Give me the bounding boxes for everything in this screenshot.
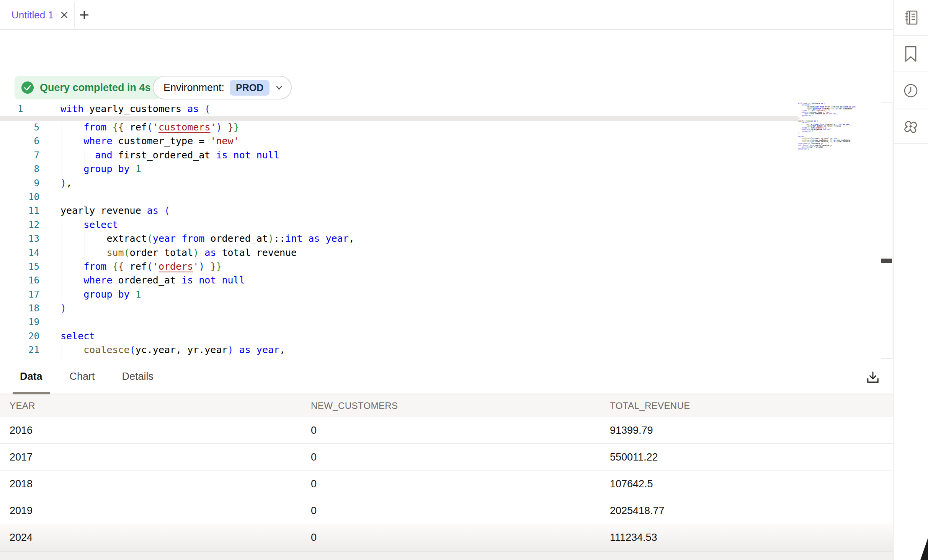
indent-guide — [62, 218, 62, 301]
code-line[interactable]: 12 select — [0, 218, 893, 232]
table-cell: 2019 — [10, 497, 33, 524]
toolbar: Develop Run — [0, 30, 893, 67]
horizontal-scrollbar[interactable] — [0, 551, 893, 560]
table-cell: 2017 — [10, 444, 33, 470]
indent-guide — [85, 232, 85, 260]
code-line[interactable]: 1with yearly_customers as ( — [0, 102, 800, 116]
tab-untitled-1[interactable]: Untitled 1 — [0, 0, 79, 30]
line-number: 15 — [0, 260, 39, 273]
code-line[interactable]: 20select — [0, 329, 893, 343]
clock-icon — [902, 82, 919, 99]
line-number: 9 — [0, 176, 39, 190]
table-row: 20240111234.53 — [0, 524, 893, 551]
environment-label: Environment: — [163, 82, 224, 94]
table-cell: 107642.5 — [610, 470, 653, 497]
code-line[interactable]: 18) — [0, 301, 893, 315]
environment-value-badge: PROD — [230, 80, 270, 96]
line-number: 13 — [0, 232, 39, 246]
code-line[interactable]: 16 where ordered_at is not null — [0, 273, 893, 287]
indent-guide — [62, 121, 62, 176]
tab-title: Untitled 1 — [11, 9, 54, 21]
status-bar: Query completed in 4s Environment: PROD — [0, 67, 893, 101]
table-cell: 2018 — [10, 470, 33, 497]
chevron-down-icon — [275, 83, 283, 92]
code-line[interactable]: 5 from {{ ref('customers') }} — [0, 120, 893, 134]
sidebar-item-notebook[interactable] — [894, 0, 928, 36]
table-cell: 2024 — [10, 524, 33, 551]
line-number: 12 — [0, 218, 39, 232]
table-cell: 2025418.77 — [610, 497, 665, 524]
table-cell: 91399.79 — [610, 417, 653, 444]
download-icon[interactable] — [864, 369, 881, 386]
right-sidebar — [893, 0, 928, 560]
column-header: NEW_CUSTOMERS — [311, 394, 398, 417]
table-cell: 0 — [311, 497, 317, 524]
query-status-text: Query completed in 4s — [40, 82, 151, 94]
line-number: 1 — [18, 102, 41, 116]
bookmark-icon — [903, 45, 918, 63]
sidebar-item-bookmarks[interactable] — [894, 36, 928, 72]
code-line[interactable]: 7 and first_ordered_at is not null — [0, 148, 893, 162]
table-row: 2016091399.79 — [0, 417, 893, 444]
line-number: 11 — [0, 204, 39, 218]
sql-editor[interactable]: 5 from {{ ref('customers') }}6 where cus… — [0, 101, 893, 359]
line-number: 10 — [0, 190, 39, 204]
resize-grip[interactable] — [920, 538, 928, 560]
compass-icon — [902, 118, 919, 135]
tab-data[interactable]: Data — [13, 359, 50, 394]
line-number: 14 — [0, 246, 39, 260]
tab-bar: Untitled 1 — [0, 0, 893, 30]
line-number: 5 — [0, 120, 39, 134]
environment-selector[interactable]: Environment: PROD — [153, 76, 292, 99]
table-cell: 0 — [311, 417, 317, 444]
table-cell: 0 — [311, 444, 317, 470]
code-line[interactable]: 19 — [0, 315, 893, 329]
sidebar-item-explore[interactable] — [894, 109, 928, 144]
column-header: TOTAL_REVENUE — [610, 394, 690, 417]
code-line[interactable]: 14 sum(order_total) as total_revenue — [0, 246, 893, 260]
indent-guide — [62, 343, 62, 359]
code-line[interactable]: 10 — [0, 190, 893, 204]
table-cell: 111234.53 — [610, 524, 657, 551]
table-cell: 0 — [311, 470, 317, 497]
tab-chart[interactable]: Chart — [62, 359, 102, 394]
editor-scrollbar-track[interactable] — [881, 102, 892, 359]
code-line[interactable]: 6 where customer_type = 'new' — [0, 134, 893, 148]
code-line[interactable]: 15 from {{ ref('orders') }} — [0, 260, 893, 273]
line-number: 16 — [0, 273, 39, 287]
notebook-icon — [902, 9, 919, 26]
line-number: 7 — [0, 148, 39, 162]
sidebar-item-history[interactable] — [894, 72, 928, 109]
line-number: 8 — [0, 162, 39, 176]
check-circle-icon — [21, 81, 34, 94]
tab-details[interactable]: Details — [115, 359, 161, 394]
table-body[interactable]: 2016091399.7920170550011.2220180107642.5… — [0, 417, 893, 551]
table-row: 20170550011.22 — [0, 444, 893, 470]
code-line[interactable]: 21 coalesce(yc.year, yr.year) as year, — [0, 343, 893, 357]
tab-divider — [74, 2, 75, 28]
close-icon[interactable] — [60, 10, 69, 20]
table-cell: 0 — [311, 524, 317, 551]
app-window: Untitled 1 Develop Run — [0, 0, 928, 560]
sticky-line[interactable]: 1with yearly_customers as ( — [0, 102, 800, 116]
minimap[interactable]: with yearly_customers as ( select extrac… — [798, 103, 856, 152]
results-panel: DataChartDetails YEARNEW_CUSTOMERSTOTAL_… — [0, 359, 893, 560]
sticky-scroll-band — [0, 116, 800, 121]
code-line[interactable]: 8 group by 1 — [0, 162, 893, 176]
line-number: 17 — [0, 288, 39, 301]
editor-scrollbar-thumb[interactable] — [881, 259, 892, 263]
code-lines[interactable]: 5 from {{ ref('customers') }}6 where cus… — [0, 120, 893, 359]
results-tabs: DataChartDetails — [0, 359, 893, 394]
line-number: 19 — [0, 315, 39, 329]
table-header: YEARNEW_CUSTOMERSTOTAL_REVENUE — [0, 394, 893, 417]
code-line[interactable]: 13 extract(year from ordered_at)::int as… — [0, 232, 893, 246]
plus-icon[interactable] — [78, 9, 90, 21]
line-number: 21 — [0, 343, 39, 357]
code-line[interactable]: 9), — [0, 176, 893, 190]
indent-guide — [85, 148, 85, 163]
line-number: 6 — [0, 134, 39, 148]
table-row: 201902025418.77 — [0, 497, 893, 524]
code-line[interactable]: 11yearly_revenue as ( — [0, 204, 893, 218]
code-line[interactable]: 17 group by 1 — [0, 288, 893, 301]
line-number: 18 — [0, 301, 39, 315]
